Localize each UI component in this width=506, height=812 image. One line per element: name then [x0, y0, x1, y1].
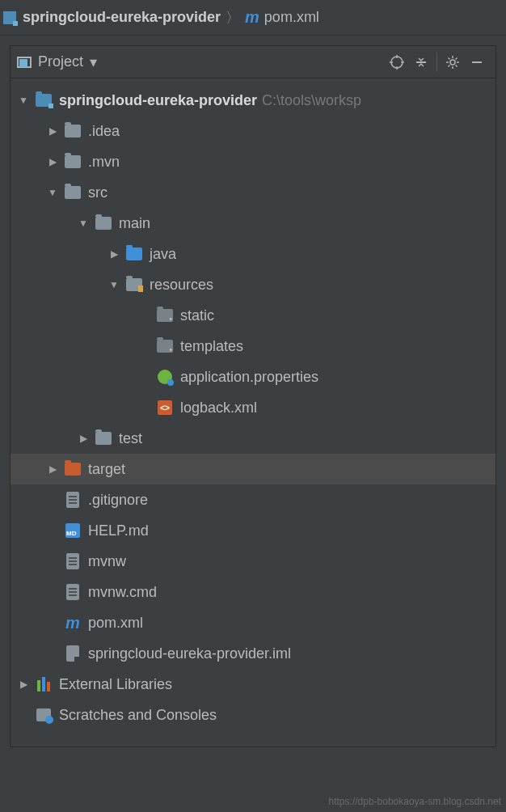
- dropdown-arrow-icon[interactable]: ▾: [90, 53, 97, 71]
- node-label: logback.xml: [180, 400, 257, 417]
- node-label: External Libraries: [59, 676, 172, 693]
- markdown-file-icon: [64, 523, 82, 538]
- node-label: .gitignore: [88, 492, 148, 509]
- excluded-folder-icon: [64, 462, 82, 476]
- folder-icon: [156, 339, 174, 353]
- divider: [436, 53, 437, 72]
- svg-point-0: [391, 57, 403, 68]
- locate-button[interactable]: [385, 50, 409, 74]
- node-label: src: [88, 184, 108, 201]
- source-folder-icon: [125, 247, 143, 261]
- folder-icon: [156, 308, 174, 323]
- tree-node-help[interactable]: HELP.md: [11, 515, 495, 546]
- tree-node-java[interactable]: java: [11, 239, 495, 269]
- tree-node-test[interactable]: test: [11, 423, 495, 454]
- collapse-all-button[interactable]: [409, 50, 433, 74]
- folder-icon: [64, 124, 82, 138]
- scratches-icon: [35, 708, 53, 722]
- module-folder-icon: [35, 93, 53, 108]
- expand-toggle-icon[interactable]: [46, 125, 59, 137]
- tree-node-iml[interactable]: springcloud-eureka-provider.iml: [11, 638, 495, 669]
- module-icon: [3, 11, 16, 24]
- breadcrumb: springcloud-eureka-provider 〉 m pom.xml: [0, 0, 506, 36]
- node-label: templates: [180, 338, 243, 355]
- breadcrumb-root[interactable]: springcloud-eureka-provider: [23, 9, 221, 26]
- file-icon: [64, 493, 82, 507]
- expand-toggle-icon[interactable]: [17, 679, 30, 690]
- resources-folder-icon: [125, 277, 143, 292]
- node-label: target: [88, 461, 125, 478]
- node-label: resources: [150, 277, 213, 294]
- watermark: https://dpb-bobokaoya-sm.blog.csdn.net: [329, 796, 501, 807]
- node-label: main: [119, 215, 150, 232]
- tree-node-logback[interactable]: logback.xml: [11, 392, 495, 423]
- expand-toggle-icon[interactable]: [108, 279, 120, 290]
- node-label: springcloud-eureka-provider.iml: [88, 645, 291, 662]
- maven-icon: m: [64, 615, 82, 630]
- svg-point-6: [450, 60, 455, 65]
- expand-toggle-icon[interactable]: [77, 218, 90, 229]
- settings-button[interactable]: [441, 50, 465, 74]
- tree-node-gitignore[interactable]: .gitignore: [11, 484, 495, 515]
- node-label: .mvn: [88, 154, 120, 171]
- node-label: application.properties: [180, 369, 318, 386]
- expand-toggle-icon[interactable]: [46, 187, 59, 198]
- tree-node-main[interactable]: main: [11, 208, 495, 239]
- xml-file-icon: [156, 400, 174, 415]
- spring-config-icon: [156, 370, 174, 384]
- node-label: Scratches and Consoles: [59, 707, 217, 724]
- node-label: mvnw.cmd: [88, 584, 157, 601]
- tree-node-target[interactable]: target: [11, 454, 495, 484]
- tree-node-src[interactable]: src: [11, 177, 495, 208]
- hide-button[interactable]: [465, 50, 489, 74]
- expand-toggle-icon[interactable]: [17, 95, 30, 106]
- tree-node-root[interactable]: springcloud-eureka-provider C:\tools\wor…: [11, 85, 495, 116]
- libraries-icon: [35, 677, 53, 691]
- project-view-icon: [17, 57, 32, 68]
- tree-node-templates[interactable]: templates: [11, 331, 495, 362]
- tree-node-scratches[interactable]: Scratches and Consoles: [11, 700, 495, 730]
- maven-icon: m: [245, 8, 259, 27]
- node-label: static: [180, 307, 214, 324]
- tree-node-mvnw-cmd[interactable]: mvnw.cmd: [11, 577, 495, 607]
- tree-node-static[interactable]: static: [11, 300, 495, 331]
- tree-node-mvnw[interactable]: mvnw: [11, 546, 495, 577]
- tree-node-mvn[interactable]: .mvn: [11, 146, 495, 177]
- node-label: .idea: [88, 123, 120, 140]
- tree-node-idea[interactable]: .idea: [11, 116, 495, 146]
- breadcrumb-file[interactable]: pom.xml: [264, 9, 319, 26]
- node-label: springcloud-eureka-provider: [59, 92, 257, 109]
- folder-icon: [95, 431, 112, 446]
- project-tree[interactable]: springcloud-eureka-provider C:\tools\wor…: [11, 78, 495, 746]
- file-icon: [64, 554, 82, 569]
- chevron-right-icon: 〉: [226, 8, 240, 27]
- tree-node-pom[interactable]: m pom.xml: [11, 607, 495, 638]
- tree-node-resources[interactable]: resources: [11, 269, 495, 300]
- iml-file-icon: [64, 646, 82, 661]
- node-label: test: [119, 430, 142, 447]
- project-panel-title[interactable]: Project: [38, 53, 83, 70]
- expand-toggle-icon[interactable]: [46, 463, 59, 475]
- project-panel-header: Project ▾: [11, 46, 495, 78]
- node-label: HELP.md: [88, 522, 149, 539]
- expand-toggle-icon[interactable]: [108, 248, 120, 260]
- folder-icon: [64, 185, 82, 200]
- folder-icon: [64, 154, 82, 169]
- folder-icon: [95, 216, 112, 230]
- tree-node-external-libraries[interactable]: External Libraries: [11, 669, 495, 700]
- node-label: pom.xml: [88, 615, 143, 632]
- expand-toggle-icon[interactable]: [46, 156, 59, 167]
- project-panel: Project ▾ springcloud-eureka-provider C:…: [10, 45, 496, 747]
- node-label: mvnw: [88, 553, 126, 570]
- file-icon: [64, 585, 82, 599]
- tree-node-application-properties[interactable]: application.properties: [11, 362, 495, 392]
- expand-toggle-icon[interactable]: [77, 433, 90, 444]
- node-label: java: [150, 246, 176, 263]
- node-path: C:\tools\worksp: [262, 92, 361, 109]
